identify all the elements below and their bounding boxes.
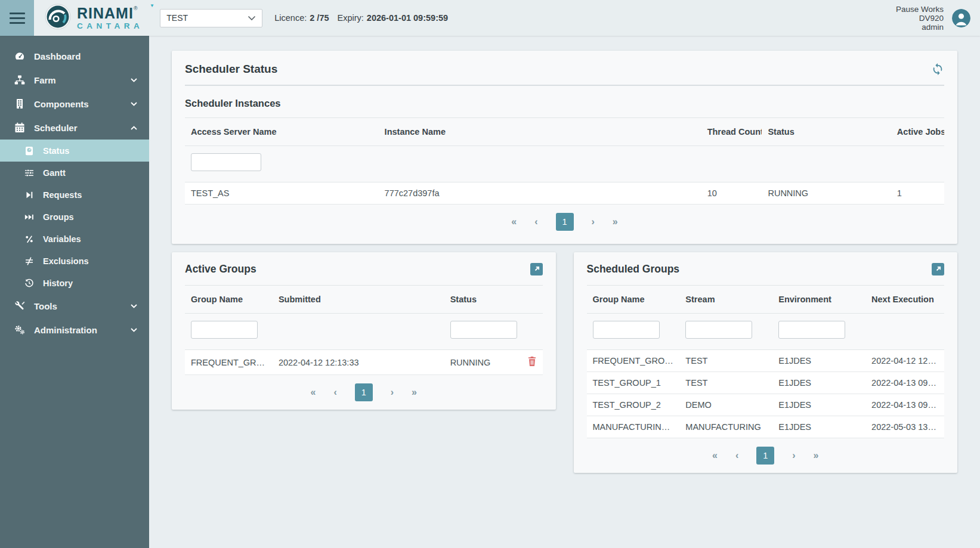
environment-select[interactable]: TEST [160, 9, 262, 27]
column-header: Thread Count [701, 118, 762, 146]
column-header: Access Server Name [185, 118, 379, 146]
group-name-filter-input[interactable] [191, 321, 258, 339]
sidebar-item-components[interactable]: Components [0, 92, 149, 116]
user-info-line3: admin [896, 23, 944, 32]
cell-group-name: TEST_GROUP_2 [587, 394, 680, 416]
cell-status: RUNNING [444, 350, 518, 375]
card-title: Active Groups [185, 263, 256, 275]
sidebar-item-variables[interactable]: Variables [0, 228, 149, 250]
last-page-button[interactable]: » [613, 216, 618, 227]
environment-filter-input[interactable] [778, 321, 845, 339]
chevron-down-icon [131, 328, 137, 332]
table-row[interactable]: MANUFACTURING_DAY MANUFACTURING E1JDES 2… [587, 416, 945, 438]
column-header: Group Name [587, 286, 680, 314]
column-header: Status [444, 286, 518, 314]
sidebar-item-administration[interactable]: Administration [0, 318, 149, 342]
previous-page-button[interactable]: ‹ [735, 450, 738, 461]
cell-environment: E1JDES [772, 372, 865, 394]
first-page-button[interactable]: « [311, 387, 316, 398]
expand-icon[interactable] [530, 263, 543, 275]
column-header: Next Execution [865, 286, 944, 314]
first-page-button[interactable]: « [712, 450, 718, 461]
next-page-button[interactable]: › [592, 216, 595, 227]
sidebar-item-exclusions[interactable]: Exclusions [0, 250, 149, 272]
expiry-label: Expiry: [338, 13, 364, 23]
column-header: Active Jobs [891, 118, 944, 146]
last-page-button[interactable]: » [814, 450, 819, 461]
administration-icon [14, 324, 26, 336]
delete-trash-icon[interactable] [527, 356, 537, 367]
cell-group-name: MANUFACTURING_DAY [587, 416, 680, 438]
sidebar-item-dashboard[interactable]: Dashboard [0, 44, 149, 68]
last-page-button[interactable]: » [412, 387, 417, 398]
user-info-line2: DV920 [896, 14, 944, 23]
cell-status: RUNNING [762, 182, 891, 205]
brand: RINAMI® ▼ CANTARA [45, 4, 143, 32]
table-row[interactable]: TEST_GROUP_1 TEST E1JDES 2022-04-13 09:3… [587, 372, 945, 394]
column-header: Submitted [273, 286, 444, 314]
chevron-down-icon [131, 304, 137, 308]
next-page-button[interactable]: › [391, 387, 394, 398]
group-name-filter-input[interactable] [593, 321, 660, 339]
status-filter-input[interactable] [450, 321, 517, 339]
pagination: « ‹ 1 › » [185, 205, 944, 238]
table-row[interactable]: TEST_GROUP_2 DEMO E1JDES 2022-04-13 09:3… [587, 394, 945, 416]
stream-filter-input[interactable] [685, 321, 752, 339]
cell-instance-name: 777c27d397fa [379, 182, 701, 205]
sidebar-item-label: Tools [34, 301, 57, 311]
sidebar-item-tools[interactable]: Tools [0, 294, 149, 318]
licence-info: Licence: 2 /75 Expiry: 2026-01-01 09:59:… [274, 13, 448, 23]
cell-stream: TEST [679, 372, 772, 394]
table-row[interactable]: FREQUENT_GROUP TEST E1JDES 2022-04-12 12… [587, 350, 945, 372]
sidebar-item-gantt[interactable]: Gantt [0, 162, 149, 184]
sidebar-item-scheduler[interactable]: Scheduler [0, 116, 149, 140]
table-row[interactable]: FREQUENT_GROUP 2022-04-12 12:13:33 RUNNI… [185, 350, 543, 375]
previous-page-button[interactable]: ‹ [333, 387, 336, 398]
sidebar-item-groups[interactable]: Groups [0, 206, 149, 228]
cell-access-server-name: TEST_AS [185, 182, 379, 205]
farm-icon [14, 74, 26, 86]
pagination: « ‹ 1 › » [185, 375, 543, 408]
card-title: Scheduled Groups [587, 263, 680, 275]
first-page-button[interactable]: « [511, 216, 517, 227]
user-avatar-icon[interactable] [952, 9, 970, 27]
cell-stream: TEST [679, 350, 772, 372]
dashboard-icon [14, 50, 26, 62]
cell-next-execution: 2022-04-13 09:31:00 [865, 394, 944, 416]
registered-mark: ® [134, 5, 138, 11]
page-1-button[interactable]: 1 [756, 447, 774, 465]
access-server-name-filter-input[interactable] [191, 153, 261, 171]
table-row[interactable]: TEST_AS 777c27d397fa 10 RUNNING 1 [185, 182, 944, 205]
sidebar-item-history[interactable]: History [0, 272, 149, 294]
page-1-button[interactable]: 1 [556, 213, 574, 231]
previous-page-button[interactable]: ‹ [534, 216, 537, 227]
chevron-down-icon [248, 13, 256, 23]
user-info-line1: Pause Works [896, 5, 944, 14]
sidebar-item-label: Scheduler [34, 123, 78, 133]
status-gauge-icon [24, 145, 35, 156]
main-content: Scheduler Status Scheduler Instances Acc… [149, 36, 980, 548]
requests-icon [24, 190, 35, 200]
cell-group-name: FREQUENT_GROUP [587, 350, 680, 372]
environment-select-value: TEST [166, 13, 248, 23]
refresh-icon[interactable] [931, 63, 944, 76]
page-1-button[interactable]: 1 [355, 383, 373, 401]
history-icon [24, 278, 35, 289]
section-title: Scheduler Instances [185, 98, 944, 109]
sidebar-item-label: Requests [43, 190, 82, 200]
cell-active-jobs: 1 [891, 182, 944, 205]
hamburger-menu-icon[interactable] [0, 0, 34, 36]
chevron-down-icon [131, 78, 137, 82]
sidebar-item-label: Exclusions [43, 256, 89, 266]
sidebar-item-farm[interactable]: Farm [0, 68, 149, 92]
expand-icon[interactable] [932, 263, 944, 275]
sidebar-item-requests[interactable]: Requests [0, 184, 149, 206]
column-header: Stream [679, 286, 772, 314]
licence-label: Licence: [274, 13, 307, 23]
sidebar-item-status[interactable]: Status [0, 140, 149, 162]
variables-icon [24, 234, 35, 244]
next-page-button[interactable]: › [792, 450, 795, 461]
sidebar-item-label: Variables [43, 234, 81, 244]
cell-thread-count: 10 [701, 182, 762, 205]
cell-next-execution: 2022-04-13 09:30:00 [865, 372, 944, 394]
